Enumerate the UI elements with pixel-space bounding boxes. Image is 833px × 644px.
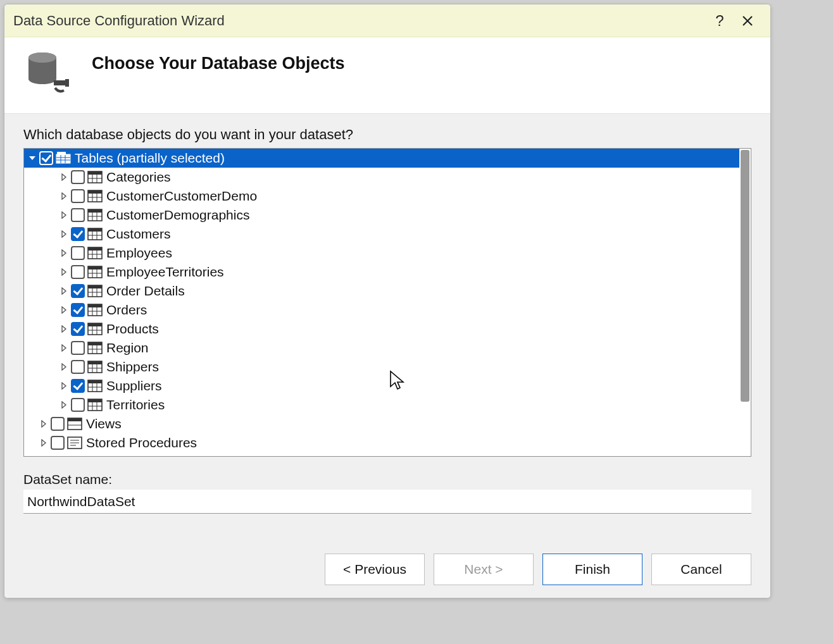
expand-icon[interactable]: [60, 230, 68, 238]
expand-icon[interactable]: [60, 249, 68, 257]
checkbox[interactable]: [39, 151, 53, 165]
tree-node-table[interactable]: Categories: [24, 168, 739, 187]
svg-point-1: [28, 53, 56, 63]
help-button[interactable]: ?: [706, 7, 734, 35]
database-icon: [23, 50, 74, 96]
stored-procedures-icon: [67, 436, 82, 450]
table-icon: [87, 398, 103, 412]
checkbox[interactable]: [71, 322, 85, 336]
dataset-name-label: DataSet name:: [23, 472, 751, 487]
svg-rect-2: [54, 80, 66, 85]
svg-rect-31: [88, 247, 102, 251]
node-label: Tables (partially selected): [75, 151, 225, 166]
node-label: Employees: [106, 245, 172, 261]
expand-icon[interactable]: [60, 173, 68, 182]
expand-icon[interactable]: [60, 400, 68, 409]
table-icon: [87, 303, 103, 317]
svg-rect-26: [88, 228, 102, 232]
checkbox[interactable]: [71, 208, 85, 222]
expand-icon[interactable]: [60, 344, 68, 352]
checkbox[interactable]: [71, 189, 85, 203]
svg-rect-21: [88, 209, 102, 213]
tree-node-table[interactable]: Orders: [24, 300, 739, 319]
node-label: CustomerCustomerDemo: [106, 189, 257, 204]
tree-node-table[interactable]: Suppliers: [24, 376, 739, 395]
checkbox[interactable]: [71, 227, 85, 241]
checkbox[interactable]: [71, 284, 85, 298]
objects-tree[interactable]: Tables (partially selected) CategoriesCu…: [23, 148, 751, 457]
checkbox[interactable]: [51, 436, 65, 450]
checkbox[interactable]: [71, 246, 85, 260]
expand-icon[interactable]: [39, 438, 48, 447]
dataset-name-input[interactable]: [23, 490, 751, 514]
node-label: Orders: [106, 302, 147, 318]
node-label: Order Details: [106, 283, 185, 299]
svg-rect-36: [88, 266, 102, 269]
svg-rect-41: [88, 285, 102, 288]
checkbox[interactable]: [71, 341, 85, 355]
prompt-text: Which database objects do you want in yo…: [23, 127, 751, 143]
checkbox[interactable]: [71, 170, 85, 184]
table-icon: [87, 227, 103, 241]
collapse-icon[interactable]: [28, 154, 37, 163]
node-label: EmployeeTerritories: [106, 264, 224, 280]
table-icon: [87, 360, 103, 374]
scrollbar-thumb[interactable]: [741, 150, 749, 402]
close-button[interactable]: [734, 7, 761, 35]
tree-node-table[interactable]: Territories: [24, 395, 739, 414]
expand-icon[interactable]: [60, 362, 68, 371]
node-label: Territories: [106, 397, 165, 412]
svg-rect-76: [68, 418, 82, 421]
checkbox[interactable]: [71, 360, 85, 374]
table-icon: [87, 208, 103, 222]
expand-icon[interactable]: [60, 268, 68, 276]
expand-icon[interactable]: [60, 287, 68, 295]
tree-node-table[interactable]: EmployeeTerritories: [24, 263, 739, 282]
tree-node-table[interactable]: Employees: [24, 244, 739, 263]
table-icon: [87, 170, 103, 184]
checkbox[interactable]: [51, 417, 65, 431]
node-label: Shippers: [106, 359, 159, 375]
svg-rect-9: [57, 152, 66, 155]
node-label: Suppliers: [106, 378, 162, 393]
checkbox[interactable]: [71, 398, 85, 412]
table-icon: [87, 189, 103, 203]
tree-node-table[interactable]: Products: [24, 319, 739, 338]
tree-node-tables[interactable]: Tables (partially selected): [24, 149, 739, 168]
finish-button[interactable]: Finish: [542, 554, 642, 585]
node-label: Products: [106, 321, 159, 337]
checkbox[interactable]: [71, 265, 85, 279]
tables-folder-icon: [56, 151, 71, 165]
previous-button[interactable]: < Previous: [325, 554, 425, 585]
svg-rect-11: [88, 171, 102, 175]
node-label: Views: [86, 416, 122, 431]
expand-icon[interactable]: [60, 211, 68, 220]
table-icon: [87, 246, 103, 260]
next-button: Next >: [434, 554, 534, 585]
expand-icon[interactable]: [60, 381, 68, 390]
wizard-window: Data Source Configuration Wizard ? Choos…: [4, 4, 771, 598]
tree-node-stored-procedures[interactable]: Stored Procedures: [24, 433, 739, 452]
tree-node-table[interactable]: CustomerDemographics: [24, 206, 739, 225]
checkbox[interactable]: [71, 303, 85, 317]
tree-node-table[interactable]: Customers: [24, 225, 739, 244]
expand-icon[interactable]: [39, 419, 48, 428]
tree-node-table[interactable]: Region: [24, 338, 739, 357]
cancel-button[interactable]: Cancel: [651, 554, 751, 585]
tree-node-table[interactable]: CustomerCustomerDemo: [24, 187, 739, 206]
svg-rect-66: [88, 380, 102, 383]
svg-rect-56: [88, 342, 102, 345]
tree-node-views[interactable]: Views: [24, 414, 739, 433]
node-label: CustomerDemographics: [106, 207, 249, 223]
expand-icon[interactable]: [60, 306, 68, 314]
node-label: Customers: [106, 226, 171, 242]
expand-icon[interactable]: [60, 192, 68, 201]
tree-node-table[interactable]: Order Details: [24, 282, 739, 300]
expand-icon[interactable]: [60, 325, 68, 333]
svg-rect-71: [88, 399, 102, 402]
tree-node-table[interactable]: Shippers: [24, 357, 739, 376]
checkbox[interactable]: [71, 379, 85, 393]
titlebar: Data Source Configuration Wizard ?: [4, 4, 770, 37]
table-icon: [87, 284, 103, 298]
svg-rect-3: [65, 79, 69, 87]
